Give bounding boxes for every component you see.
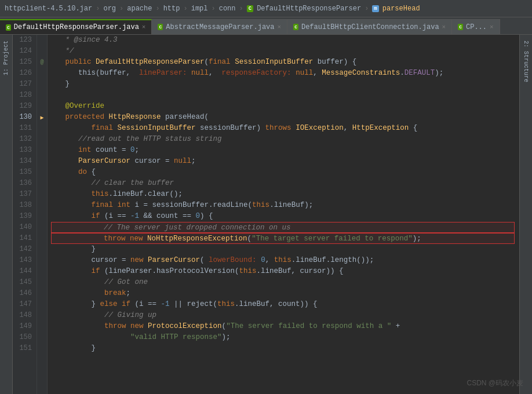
code-line-151: }	[52, 343, 515, 354]
marker-151	[37, 343, 47, 354]
tab-bar: C DefaultHttpResponseParser.java × C Abs…	[0, 17, 532, 35]
ln-143: 143	[15, 255, 34, 266]
code-line-141: throw new NoHttpResponseException("The t…	[51, 233, 515, 244]
tab-label-2: AbstractMessageParser.java	[166, 23, 274, 31]
marker-131	[37, 123, 47, 134]
ln-127: 127	[15, 79, 34, 90]
marker-137	[37, 189, 47, 200]
marker-128	[37, 90, 47, 101]
ln-124: 124	[15, 46, 34, 57]
tab-close-3[interactable]: ×	[442, 24, 446, 31]
code-line-135: do {	[52, 167, 515, 178]
code-line-126: this(buffer, lineParser: null, responseF…	[52, 68, 515, 79]
tab-default-http-response-parser[interactable]: C DefaultHttpResponseParser.java ×	[0, 19, 152, 34]
arrow-icon-130: ▶	[40, 114, 43, 121]
ln-128: 128	[15, 90, 34, 101]
code-line-144: if (lineParser.hasProtocolVersion(this.l…	[52, 266, 515, 277]
marker-132	[37, 134, 47, 145]
tab-abstract-message-parser[interactable]: C AbstractMessageParser.java ×	[152, 19, 287, 34]
code-line-142: }	[52, 244, 515, 255]
ln-132: 132	[15, 134, 34, 145]
marker-124	[37, 46, 47, 57]
code-line-132: //read out the HTTP status string	[52, 134, 515, 145]
breadcrumb-method[interactable]: parseHead	[382, 5, 420, 13]
breadcrumb-class[interactable]: DefaultHttpResponseParser	[257, 5, 361, 13]
ln-125: 125	[15, 57, 34, 68]
breadcrumb-jar[interactable]: httpclient-4.5.10.jar	[5, 5, 92, 13]
class-icon: C	[247, 5, 253, 12]
code-line-146: break;	[52, 288, 515, 299]
ln-138: 138	[15, 200, 34, 211]
tab-close-4[interactable]: ×	[490, 24, 494, 31]
code-line-124: */	[52, 46, 515, 57]
code-line-134: ParserCursor cursor = null;	[52, 156, 515, 167]
ln-131: 131	[15, 123, 34, 134]
ln-137: 137	[15, 189, 34, 200]
breadcrumb-apache[interactable]: apache	[127, 5, 152, 13]
marker-135	[37, 167, 47, 178]
ln-136: 136	[15, 178, 34, 189]
ln-149: 149	[15, 321, 34, 332]
code-line-139: if (i == -1 && count == 0) {	[52, 211, 515, 222]
marker-145	[37, 277, 47, 288]
marker-130: ▶	[37, 112, 47, 123]
tab-default-bhttp-client-connection[interactable]: C DefaultBHttpClientConnection.java ×	[287, 19, 452, 34]
ln-129: 129	[15, 101, 34, 112]
markers-column: @ ▶	[37, 35, 48, 394]
marker-123	[37, 35, 47, 46]
title-bar: httpclient-4.5.10.jar › org › apache › h…	[0, 0, 532, 17]
code-line-131: final SessionInputBuffer sessionBuffer) …	[52, 123, 515, 134]
marker-141	[37, 233, 47, 244]
sidebar-project[interactable]: 1: Project	[2, 38, 10, 78]
ln-130: 130	[15, 112, 34, 123]
code-line-149: throw new ProtocolException("The server …	[52, 321, 515, 332]
code-line-147: } else if (i == -1 || reject(this.lineBu…	[52, 299, 515, 310]
marker-127	[37, 79, 47, 90]
ln-146: 146	[15, 288, 34, 299]
code-line-136: // clear the buffer	[52, 178, 515, 189]
code-line-145: // Got one	[52, 277, 515, 288]
code-area: 123 124 125 126 127 128 129 130 131 132 …	[13, 35, 519, 394]
marker-129	[37, 101, 47, 112]
breadcrumb-impl[interactable]: impl	[191, 5, 208, 13]
tab-close-2[interactable]: ×	[278, 24, 282, 31]
code-line-130: protected HttpResponse parseHead(	[52, 112, 515, 123]
ln-135: 135	[15, 167, 34, 178]
breadcrumb-conn[interactable]: conn	[219, 5, 236, 13]
ln-139: 139	[15, 211, 34, 222]
ln-141: 141	[15, 233, 34, 244]
ln-144: 144	[15, 266, 34, 277]
watermark: CSDN @码农小麦	[467, 378, 523, 388]
marker-148	[37, 310, 47, 321]
tab-cp[interactable]: C CP... ×	[452, 19, 500, 34]
sidebar-structure[interactable]: 2: Structure	[522, 38, 530, 85]
ln-150: 150	[15, 332, 34, 343]
marker-147	[37, 299, 47, 310]
breadcrumb-http[interactable]: http	[163, 5, 180, 13]
marker-139	[37, 211, 47, 222]
marker-126	[37, 68, 47, 79]
marker-140	[37, 222, 47, 233]
method-icon: m	[372, 5, 378, 12]
marker-125: @	[37, 57, 47, 68]
code-line-128	[52, 90, 515, 101]
marker-138	[37, 200, 47, 211]
marker-133	[37, 145, 47, 156]
code-line-127: }	[52, 79, 515, 90]
marker-134	[37, 156, 47, 167]
tab-icon-3: C	[293, 24, 298, 30]
right-sidebar: 2: Structure	[519, 35, 532, 394]
code-editor[interactable]: * @since 4.3 */ public DefaultHttpRespon…	[48, 35, 519, 394]
ln-147: 147	[15, 299, 34, 310]
breadcrumb-org[interactable]: org	[103, 5, 116, 13]
ln-142: 142	[15, 244, 34, 255]
main-layout: 1: Project 123 124 125 126 127 128 129 1…	[0, 35, 532, 394]
tab-close-1[interactable]: ×	[142, 24, 146, 31]
marker-142	[37, 244, 47, 255]
tab-icon-4: C	[458, 24, 463, 30]
marker-136	[37, 178, 47, 189]
tab-label-4: CP...	[466, 23, 487, 31]
code-line-148: // Giving up	[52, 310, 515, 321]
code-line-140: // The server just dropped connection on…	[51, 222, 515, 233]
marker-144	[37, 266, 47, 277]
